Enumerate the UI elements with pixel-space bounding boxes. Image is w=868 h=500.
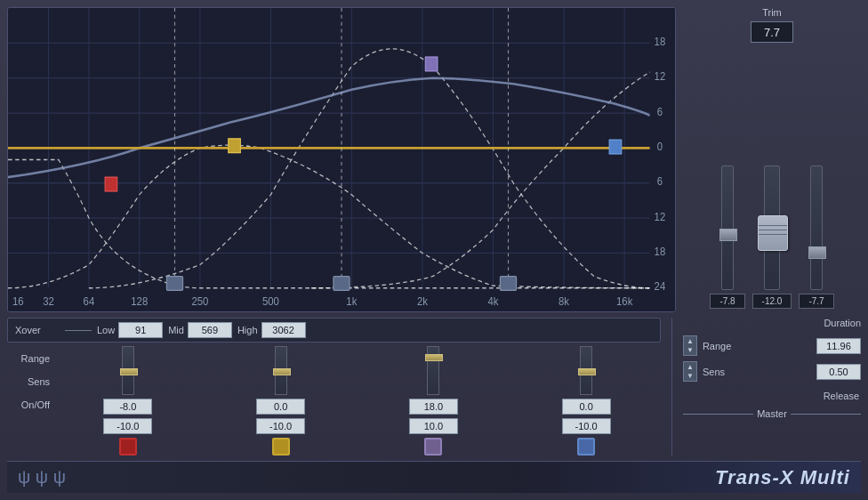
- svg-text:12: 12: [655, 210, 666, 223]
- band4-fader-track[interactable]: [580, 346, 592, 395]
- release-label: Release: [824, 391, 859, 401]
- master-range-input[interactable]: [816, 338, 861, 354]
- duration-label: Duration: [824, 318, 861, 328]
- divider-right: [791, 414, 861, 415]
- vertical-divider: [671, 318, 672, 456]
- band3-sens-input[interactable]: [409, 418, 458, 434]
- xover-row: Xover Low Mid High: [7, 318, 661, 343]
- band1-fader-area: [122, 346, 134, 395]
- band3-range-input[interactable]: [409, 399, 458, 415]
- band3-fader-area: [427, 346, 439, 395]
- fader-right-track[interactable]: [810, 165, 823, 290]
- xover-mid-label: Mid: [168, 325, 184, 335]
- right-panel: Trim 7.7 -7.8: [683, 7, 861, 312]
- band3-column: [359, 346, 509, 456]
- master-sens-input[interactable]: [816, 364, 861, 380]
- band1-column: [53, 346, 203, 456]
- svg-text:12: 12: [655, 70, 666, 84]
- onoff-row-label: On/Off: [7, 399, 50, 410]
- band1-sens-input[interactable]: [103, 418, 152, 434]
- band1-fader-track[interactable]: [122, 346, 134, 395]
- band2-fader-area: [275, 346, 287, 395]
- svg-text:8k: 8k: [559, 295, 570, 309]
- xover-label: Xover: [15, 325, 60, 335]
- svg-rect-22: [166, 277, 182, 291]
- xover-high-input[interactable]: [261, 322, 306, 338]
- svg-text:6: 6: [657, 105, 663, 118]
- top-section: 18 12 6 0 6 12 18 24 16 32 64 128 250 50…: [7, 7, 861, 312]
- band4-fader-area: [580, 346, 592, 395]
- svg-rect-26: [229, 139, 241, 153]
- master-range-label: Range: [703, 341, 811, 351]
- footer: ψ ψ ψ Trans-X Multi: [7, 461, 861, 493]
- eq-display: 18 12 6 0 6 12 18 24 16 32 64 128 250 50…: [7, 7, 676, 312]
- band3-fader-thumb[interactable]: [425, 354, 443, 361]
- band4-column: [511, 346, 661, 456]
- band2-range-input[interactable]: [256, 399, 305, 415]
- band1-fader-thumb[interactable]: [120, 368, 138, 375]
- fader-middle-container: -12.0: [752, 165, 792, 309]
- sens-spinner[interactable]: ▲ ▼: [683, 361, 697, 382]
- left-controls: Xover Low Mid High: [7, 318, 661, 456]
- band2-fader-thumb[interactable]: [273, 368, 291, 375]
- band1-range-input[interactable]: [103, 399, 152, 415]
- band2-onoff[interactable]: [272, 438, 290, 456]
- master-sens-row: ▲ ▼ Sens: [683, 361, 861, 382]
- svg-text:16: 16: [12, 295, 24, 309]
- main-container: 18 12 6 0 6 12 18 24 16 32 64 128 250 50…: [0, 0, 868, 500]
- svg-text:24: 24: [655, 280, 666, 294]
- band2-fader-track[interactable]: [275, 346, 287, 395]
- band3-fader-track[interactable]: [427, 346, 439, 395]
- master-sens-label: Sens: [703, 367, 811, 377]
- svg-text:32: 32: [43, 295, 54, 309]
- svg-text:250: 250: [191, 295, 208, 309]
- fader-left-thumb[interactable]: [719, 229, 737, 241]
- xover-low-label: Low: [97, 325, 115, 335]
- fader-right-container: -7.7: [799, 165, 834, 309]
- release-row: Release: [683, 387, 861, 403]
- band4-sens-input[interactable]: [562, 418, 611, 434]
- band4-onoff[interactable]: [577, 438, 595, 456]
- band4-fader-thumb[interactable]: [578, 368, 596, 375]
- xover-high-label: High: [237, 325, 258, 335]
- xover-low-group: Low: [97, 322, 163, 338]
- master-range-row: ▲ ▼ Range: [683, 335, 861, 356]
- bottom-section: Xover Low Mid High: [7, 318, 861, 456]
- svg-rect-28: [609, 140, 622, 154]
- svg-text:18: 18: [655, 35, 666, 48]
- sens-row-label: Sens: [7, 376, 50, 387]
- band-controls: Range Sens On/Off: [7, 346, 661, 456]
- duration-row: Duration: [683, 318, 861, 330]
- svg-rect-25: [105, 177, 117, 191]
- xover-mid-group: Mid: [168, 322, 232, 338]
- fader-middle-value: -12.0: [752, 294, 792, 309]
- svg-text:64: 64: [84, 295, 95, 309]
- trim-section: Trim 7.7: [683, 7, 861, 43]
- svg-rect-27: [425, 57, 438, 71]
- fader-middle-thumb[interactable]: [758, 215, 788, 251]
- xover-low-input[interactable]: [118, 322, 163, 338]
- row-labels: Range Sens On/Off: [7, 346, 50, 410]
- faders-row: -7.8 -12.0: [683, 46, 861, 312]
- band4-range-input[interactable]: [562, 399, 611, 415]
- trim-label: Trim: [762, 7, 782, 18]
- band2-column: [206, 346, 356, 456]
- range-spinner[interactable]: ▲ ▼: [683, 335, 697, 356]
- band2-sens-input[interactable]: [256, 418, 305, 434]
- xover-mid-input[interactable]: [188, 322, 232, 338]
- right-bottom-controls: Duration ▲ ▼ Range ▲ ▼ Sens: [683, 318, 861, 456]
- svg-text:0: 0: [657, 140, 663, 153]
- fader-right-value: -7.7: [799, 294, 834, 309]
- band1-onoff[interactable]: [119, 438, 137, 456]
- fader-middle-track[interactable]: [764, 165, 780, 290]
- band3-onoff[interactable]: [424, 438, 442, 456]
- svg-text:128: 128: [131, 295, 148, 309]
- footer-logo: ψ ψ ψ: [18, 467, 66, 488]
- svg-text:2k: 2k: [417, 295, 429, 309]
- trim-value[interactable]: 7.7: [759, 24, 785, 41]
- svg-text:500: 500: [262, 295, 279, 309]
- app-title: Trans-X Multi: [715, 466, 850, 489]
- fader-right-thumb[interactable]: [808, 246, 826, 259]
- fader-left-track[interactable]: [721, 165, 734, 290]
- xover-high-group: High: [237, 322, 306, 338]
